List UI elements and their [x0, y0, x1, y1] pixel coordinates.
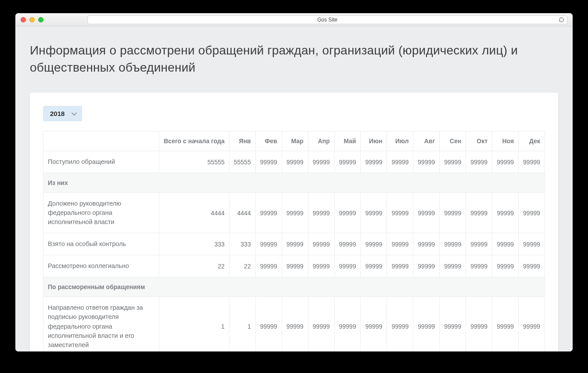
year-select[interactable]: 2018	[43, 106, 82, 121]
row-label: Рассмотрено коллегиально	[43, 255, 159, 277]
cell-value: 99999	[282, 151, 308, 173]
cell-value: 99999	[361, 255, 387, 277]
cell-value: 99999	[361, 193, 387, 233]
reload-icon[interactable]	[559, 17, 564, 22]
cell-value: 99999	[361, 297, 387, 351]
cell-value: 99999	[334, 151, 361, 173]
appeals-table: Всего с начала годаЯнвФевМарАпрМайИюнИюл…	[43, 131, 545, 351]
table-row: Взято на особый контроль3333339999999999…	[43, 233, 545, 255]
maximize-icon[interactable]	[38, 17, 43, 22]
cell-value: 99999	[361, 233, 387, 255]
cell-value: 99999	[492, 193, 519, 233]
col-Всего с начала года: Всего с начала года	[159, 131, 229, 151]
address-bar[interactable]: Gos Site	[87, 15, 567, 24]
cell-value: 99999	[308, 233, 334, 255]
cell-value: 99999	[387, 233, 413, 255]
section-label: Из них	[43, 173, 545, 193]
table-row: Поступило обращений555555555599999999999…	[43, 151, 545, 173]
window-controls	[21, 17, 43, 22]
cell-value: 99999	[361, 151, 387, 173]
cell-value: 99999	[440, 193, 466, 233]
col-Фев: Фев	[255, 131, 282, 151]
cell-value: 99999	[413, 255, 440, 277]
table-row: Рассмотрено коллегиально2222999999999999…	[43, 255, 545, 277]
col-Июн: Июн	[361, 131, 387, 151]
cell-value: 99999	[492, 233, 519, 255]
titlebar: Gos Site	[15, 13, 573, 26]
cell-value: 99999	[255, 233, 282, 255]
col-Мар: Мар	[282, 131, 308, 151]
cell-value: 99999	[334, 233, 361, 255]
cell-value: 4444	[159, 193, 229, 233]
col-Дек: Дек	[519, 131, 545, 151]
cell-value: 1	[229, 297, 255, 351]
cell-value: 99999	[519, 255, 545, 277]
cell-value: 99999	[308, 151, 334, 173]
cell-value: 99999	[466, 255, 492, 277]
cell-value: 99999	[440, 297, 466, 351]
page-title: Информация о рассмотрени обращений гражд…	[30, 42, 558, 76]
address-bar-title: Gos Site	[317, 17, 337, 23]
cell-value: 55555	[229, 151, 255, 173]
cell-value: 99999	[308, 255, 334, 277]
cell-value: 22	[159, 255, 229, 277]
close-icon[interactable]	[21, 17, 26, 22]
cell-value: 1	[159, 297, 229, 351]
col-Апр: Апр	[308, 131, 334, 151]
cell-value: 99999	[334, 297, 361, 351]
cell-value: 99999	[413, 151, 440, 173]
cell-value: 99999	[492, 297, 519, 351]
cell-value: 99999	[308, 193, 334, 233]
cell-value: 99999	[413, 193, 440, 233]
cell-value: 99999	[519, 233, 545, 255]
col-Авг: Авг	[413, 131, 440, 151]
cell-value: 55555	[159, 151, 229, 173]
cell-value: 99999	[334, 193, 361, 233]
cell-value: 99999	[387, 193, 413, 233]
col-Сен: Сен	[440, 131, 466, 151]
cell-value: 99999	[282, 193, 308, 233]
row-label: Поступило обращений	[43, 151, 159, 173]
row-label: Направлено ответов граждан за подписью р…	[43, 297, 159, 351]
cell-value: 99999	[492, 255, 519, 277]
cell-value: 99999	[440, 151, 466, 173]
cell-value: 99999	[255, 297, 282, 351]
col-Июл: Июл	[387, 131, 413, 151]
table-row: Направлено ответов граждан за подписью р…	[43, 297, 545, 351]
cell-value: 99999	[282, 255, 308, 277]
col-label	[43, 131, 159, 151]
cell-value: 99999	[334, 255, 361, 277]
col-Май: Май	[334, 131, 361, 151]
cell-value: 99999	[466, 297, 492, 351]
cell-value: 99999	[255, 193, 282, 233]
cell-value: 99999	[282, 233, 308, 255]
row-label: Доложено руководителю федерального орган…	[43, 193, 159, 233]
section-row: Из них	[43, 173, 545, 193]
cell-value: 99999	[255, 151, 282, 173]
section-label: По рассморенным обращениям	[43, 277, 545, 297]
cell-value: 99999	[519, 193, 545, 233]
cell-value: 99999	[519, 151, 545, 173]
minimize-icon[interactable]	[29, 17, 35, 22]
cell-value: 99999	[255, 255, 282, 277]
cell-value: 99999	[308, 297, 334, 351]
cell-value: 99999	[282, 297, 308, 351]
cell-value: 99999	[440, 255, 466, 277]
chevron-down-icon	[72, 111, 77, 116]
col-Ноя: Ноя	[492, 131, 519, 151]
cell-value: 99999	[440, 233, 466, 255]
cell-value: 4444	[229, 193, 255, 233]
cell-value: 99999	[519, 297, 545, 351]
page-content: Информация о рассмотрени обращений гражд…	[15, 26, 573, 351]
cell-value: 99999	[492, 151, 519, 173]
cell-value: 99999	[413, 297, 440, 351]
cell-value: 99999	[413, 233, 440, 255]
cell-value: 22	[229, 255, 255, 277]
browser-window: Gos Site Информация о рассмотрени обраще…	[15, 13, 573, 351]
cell-value: 99999	[466, 151, 492, 173]
cell-value: 99999	[387, 255, 413, 277]
cell-value: 99999	[466, 193, 492, 233]
cell-value: 99999	[387, 297, 413, 351]
cell-value: 99999	[466, 233, 492, 255]
table-row: Доложено руководителю федерального орган…	[43, 193, 545, 233]
